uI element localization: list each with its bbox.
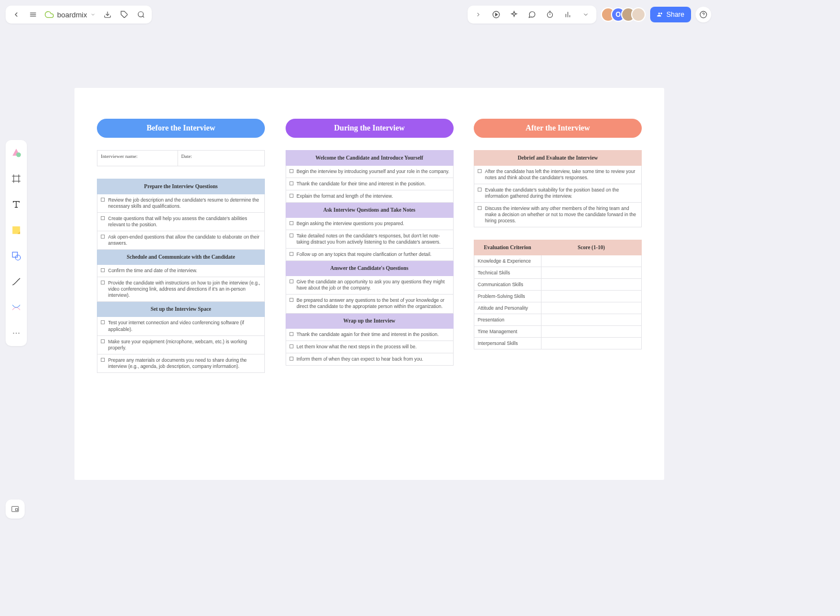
checklist-item[interactable]: Let them know what the next steps in the… — [286, 340, 453, 353]
checkbox[interactable] — [101, 216, 105, 220]
checklist-item[interactable]: Be prepared to answer any questions to t… — [286, 295, 453, 313]
checklist-item[interactable]: Provide the candidate with instructions … — [97, 277, 265, 302]
checkbox[interactable] — [101, 320, 105, 324]
checkbox[interactable] — [101, 358, 105, 362]
eval-score-cell[interactable] — [541, 302, 641, 314]
more-tools[interactable] — [8, 325, 25, 342]
checkbox[interactable] — [290, 194, 293, 198]
checkbox[interactable] — [290, 234, 293, 237]
info-table[interactable]: Interviewer name: Date: — [97, 150, 265, 166]
checklist-item[interactable]: After the candidate has left the intervi… — [474, 166, 642, 184]
checkbox[interactable] — [101, 268, 105, 272]
checklist-item[interactable]: Review the job description and the candi… — [97, 194, 265, 213]
section-header[interactable]: Debrief and Evaluate the Interview — [474, 151, 642, 166]
checklist-item[interactable]: Ask open-ended questions that allow the … — [97, 231, 265, 250]
eval-criterion[interactable]: Knowledge & Experience — [474, 255, 542, 267]
frame-tool[interactable] — [8, 170, 25, 187]
search-button[interactable] — [134, 7, 148, 22]
checklist-item[interactable]: Evaluate the candidate's suitability for… — [474, 184, 642, 203]
eval-criterion[interactable]: Attitude and Personality — [474, 302, 542, 314]
eval-criterion[interactable]: Time Management — [474, 326, 542, 338]
during-checklist[interactable]: Welcome the Candidate and Introduce Your… — [286, 150, 454, 366]
eval-score-cell[interactable] — [541, 314, 641, 326]
evaluation-table[interactable]: Evaluation CriterionScore (1-10)Knowledg… — [474, 240, 642, 349]
checklist-item[interactable]: Thank the candidate again for their time… — [286, 328, 453, 340]
checkbox[interactable] — [478, 206, 482, 210]
shape-tool[interactable] — [8, 248, 25, 264]
checkbox[interactable] — [290, 357, 293, 361]
checkbox[interactable] — [290, 279, 293, 283]
tag-button[interactable] — [117, 7, 132, 22]
play-button[interactable] — [489, 7, 503, 22]
checkbox[interactable] — [290, 169, 293, 173]
connector-tool[interactable] — [8, 299, 25, 316]
checklist-item[interactable]: Confirm the time and date of the intervi… — [97, 265, 265, 277]
section-header[interactable]: Prepare the Interview Questions — [97, 179, 265, 194]
section-header[interactable]: Wrap up the Interview — [286, 313, 453, 328]
eval-criterion[interactable]: Technical Skills — [474, 267, 542, 279]
checkbox[interactable] — [101, 339, 105, 343]
chevron-right-icon[interactable] — [471, 7, 486, 22]
before-checklist[interactable]: Prepare the Interview QuestionsReview th… — [97, 179, 265, 373]
section-header[interactable]: Answer the Candidate's Questions — [286, 261, 453, 276]
checkbox[interactable] — [478, 188, 482, 192]
eval-criterion[interactable]: Presentation — [474, 314, 542, 326]
text-tool[interactable] — [8, 196, 25, 213]
checklist-item[interactable]: Create questions that will help you asse… — [97, 213, 265, 231]
checkbox[interactable] — [478, 169, 482, 173]
back-button[interactable] — [9, 7, 24, 22]
shapes-tool[interactable] — [8, 144, 25, 161]
board-title[interactable]: boardmix — [43, 10, 98, 19]
checkbox[interactable] — [290, 298, 293, 302]
eval-score-cell[interactable] — [541, 279, 641, 291]
checkbox[interactable] — [290, 221, 293, 225]
section-header[interactable]: Set up the Interview Space — [97, 302, 265, 317]
checklist-item[interactable]: Inform them of when they can expect to h… — [286, 353, 453, 365]
eval-score-cell[interactable] — [541, 338, 641, 349]
checklist-item[interactable]: Begin asking the interview questions you… — [286, 218, 453, 230]
eval-criterion[interactable]: Interpersonal Skills — [474, 338, 542, 349]
checklist-item[interactable]: Follow up on any topics that require cla… — [286, 249, 453, 261]
column-title[interactable]: During the Interview — [286, 119, 454, 138]
checklist-item[interactable]: Prepare any materials or documents you n… — [97, 354, 265, 372]
column-title[interactable]: After the Interview — [474, 119, 642, 138]
section-header[interactable]: Ask Interview Questions and Take Notes — [286, 203, 453, 218]
checklist-item[interactable]: Test your internet connection and video … — [97, 317, 265, 335]
help-button[interactable] — [696, 7, 711, 22]
avatar[interactable] — [631, 7, 646, 22]
more-chevron-icon[interactable] — [578, 7, 593, 22]
checklist-item[interactable]: Take detailed notes on the candidate's r… — [286, 230, 453, 249]
share-button[interactable]: Share — [650, 7, 691, 22]
sparkle-button[interactable] — [507, 7, 521, 22]
sticky-note-tool[interactable] — [8, 222, 25, 239]
checklist-item[interactable]: Explain the format and length of the int… — [286, 190, 453, 203]
column-title[interactable]: Before the Interview — [97, 119, 265, 138]
eval-score-cell[interactable] — [541, 291, 641, 302]
download-button[interactable] — [100, 7, 115, 22]
after-checklist[interactable]: Debrief and Evaluate the InterviewAfter … — [474, 150, 642, 227]
comment-button[interactable] — [525, 7, 539, 22]
chart-button[interactable] — [561, 7, 575, 22]
section-header[interactable]: Schedule and Communicate with the Candid… — [97, 250, 265, 265]
pen-tool[interactable] — [8, 273, 25, 290]
checkbox[interactable] — [290, 344, 293, 348]
eval-score-cell[interactable] — [541, 326, 641, 338]
timer-button[interactable] — [543, 7, 557, 22]
checkbox[interactable] — [101, 235, 105, 239]
date-field[interactable]: Date: — [178, 151, 264, 166]
checklist-item[interactable]: Make sure your equipment (microphone, we… — [97, 335, 265, 354]
whiteboard-canvas[interactable]: Before the Interview Interviewer name: D… — [74, 88, 664, 480]
eval-score-cell[interactable] — [541, 255, 641, 267]
checkbox[interactable] — [290, 181, 293, 185]
eval-criterion[interactable]: Communication Skills — [474, 279, 542, 291]
checkbox[interactable] — [290, 252, 293, 256]
menu-button[interactable] — [26, 7, 40, 22]
checkbox[interactable] — [290, 332, 293, 336]
checkbox[interactable] — [101, 281, 105, 284]
checklist-item[interactable]: Thank the candidate for their time and i… — [286, 178, 453, 190]
interviewer-name-field[interactable]: Interviewer name: — [97, 151, 178, 166]
collaborator-avatars[interactable]: O — [601, 7, 646, 22]
eval-criterion[interactable]: Problem-Solving Skills — [474, 291, 542, 302]
checklist-item[interactable]: Begin the interview by introducing yours… — [286, 166, 453, 178]
checklist-item[interactable]: Give the candidate an opportunity to ask… — [286, 276, 453, 295]
